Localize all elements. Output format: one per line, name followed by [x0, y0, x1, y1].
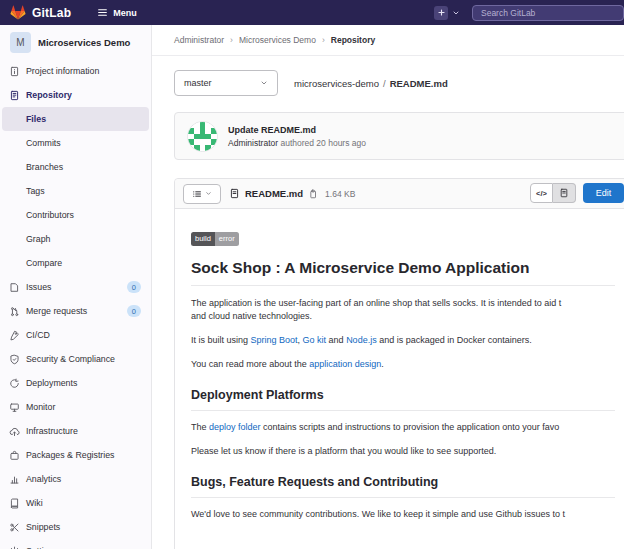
project-information-icon: [9, 66, 20, 77]
gitlab-logo[interactable]: GitLab: [10, 5, 71, 20]
sidebar-item-analytics[interactable]: Analytics: [0, 467, 151, 491]
path-file-name: README.md: [390, 78, 448, 89]
sidebar-item-issues[interactable]: Issues0: [0, 275, 151, 299]
readme-text: and is packaged in Docker containers.: [377, 335, 532, 345]
sidebar-item-label: Files: [26, 114, 46, 124]
sidebar-item-project-information[interactable]: Project information: [0, 59, 151, 83]
monitor-icon: [9, 402, 20, 413]
readme-text: Please let us know if there is a platfor…: [191, 446, 496, 456]
sidebar-item-compare[interactable]: Compare: [0, 251, 151, 275]
readme-link[interactable]: Spring Boot: [251, 335, 298, 345]
readme-text: It is built using: [191, 335, 251, 345]
analytics-icon: [9, 474, 20, 485]
file-tree-dropdown[interactable]: [183, 184, 221, 204]
readme-paragraph: It is built using Spring Boot, Go kit an…: [191, 334, 615, 348]
readme-text: and cloud native technologies.: [191, 311, 312, 321]
copy-path-icon[interactable]: [308, 189, 318, 199]
commit-meta: authored 20 hours ago: [278, 138, 366, 148]
sidebar-item-settings[interactable]: Settings: [0, 539, 151, 549]
sidebar-item-repository[interactable]: Repository: [0, 83, 151, 107]
document-icon: [559, 188, 569, 198]
count-badge: 0: [127, 281, 141, 293]
sidebar-item-label: Compare: [26, 258, 62, 268]
source-view-button[interactable]: </>: [530, 183, 553, 203]
sidebar-item-graph[interactable]: Graph: [0, 227, 151, 251]
commit-author[interactable]: Administrator: [228, 138, 278, 148]
readme-link[interactable]: Go kit: [303, 335, 327, 345]
sidebar-item-label: Graph: [26, 234, 50, 244]
breadcrumb-separator-icon: ›: [230, 35, 233, 45]
project-name: Microservices Demo: [38, 37, 130, 48]
readme-link[interactable]: application design: [309, 359, 381, 369]
plus-icon: [434, 6, 448, 20]
sidebar-item-branches[interactable]: Branches: [0, 155, 151, 179]
commit-title[interactable]: Update README.md: [228, 125, 366, 135]
sidebar-item-label: Wiki: [26, 498, 43, 508]
breadcrumb: Administrator › Microservices Demo › Rep…: [152, 25, 624, 56]
main-content: Administrator › Microservices Demo › Rep…: [152, 25, 624, 549]
security-icon: [9, 354, 20, 365]
ci-cd-icon: [9, 330, 20, 341]
commit-byline: Administrator authored 20 hours ago: [228, 138, 366, 148]
file-title: README.md 1.64 KB: [229, 188, 355, 199]
sidebar-item-monitor[interactable]: Monitor: [0, 395, 151, 419]
sidebar-item-label: Snippets: [26, 522, 60, 532]
readme-text: contains scripts and instructions to pro…: [261, 422, 560, 432]
readme-link[interactable]: deploy folder: [209, 422, 261, 432]
breadcrumb-current[interactable]: Repository: [331, 35, 375, 45]
sidebar-item-wiki[interactable]: Wiki: [0, 491, 151, 515]
sidebar-nav: Project informationRepositoryFilesCommit…: [0, 59, 151, 549]
readme-paragraph: The application is the user-facing part …: [191, 297, 615, 325]
readme-link[interactable]: Node.js: [346, 335, 377, 345]
sidebar-item-label: CI/CD: [26, 330, 50, 340]
breadcrumb-project[interactable]: Microservices Demo: [239, 35, 316, 45]
readme-text: We'd love to see community contributions…: [191, 509, 565, 519]
sidebar-item-label: Tags: [26, 186, 45, 196]
readme-text: .: [381, 359, 384, 369]
badge-label: build: [191, 232, 215, 246]
readme-line: The deploy folder contains scripts and i…: [191, 421, 615, 435]
branch-name: master: [184, 78, 212, 88]
breadcrumb-admin[interactable]: Administrator: [174, 35, 224, 45]
sidebar-item-files[interactable]: Files: [2, 107, 149, 131]
sidebar-item-label: Deployments: [26, 378, 77, 388]
sidebar-item-tags[interactable]: Tags: [0, 179, 151, 203]
sidebar-item-commits[interactable]: Commits: [0, 131, 151, 155]
hamburger-icon: [97, 7, 108, 18]
chevron-down-icon: [205, 190, 212, 197]
sidebar-item-label: Project information: [26, 66, 99, 76]
search-input[interactable]: [472, 5, 624, 21]
merge-requests-icon: [9, 306, 20, 317]
sidebar-item-snippets[interactable]: Snippets: [0, 515, 151, 539]
readme-paragraph: We'd love to see community contributions…: [191, 508, 615, 522]
sidebar-item-security-compliance[interactable]: Security & Compliance: [0, 347, 151, 371]
sidebar-item-merge-requests[interactable]: Merge requests0: [0, 299, 151, 323]
menu-button[interactable]: Menu: [97, 7, 137, 18]
readme-line: The application is the user-facing part …: [191, 297, 615, 311]
sidebar-item-deployments[interactable]: Deployments: [0, 371, 151, 395]
sidebar-item-ci-cd[interactable]: CI/CD: [0, 323, 151, 347]
sidebar-item-label: Analytics: [26, 474, 61, 484]
sidebar-item-packages-registries[interactable]: Packages & Registries: [0, 443, 151, 467]
path-repo-link[interactable]: microservices-demo: [294, 78, 379, 89]
path-separator: /: [383, 78, 386, 89]
sidebar-project-header[interactable]: M Microservices Demo: [0, 25, 151, 59]
readme-content: builderrorSock Shop : A Microservice Dem…: [175, 209, 624, 546]
repository-icon: [9, 90, 20, 101]
sidebar-item-contributors[interactable]: Contributors: [0, 203, 151, 227]
rendered-view-button[interactable]: [553, 183, 576, 203]
sidebar-item-infrastructure[interactable]: Infrastructure: [0, 419, 151, 443]
new-menu-button[interactable]: [434, 6, 460, 20]
readme-paragraph: Please let us know if there is a platfor…: [191, 445, 615, 459]
file-size: 1.64 KB: [325, 189, 355, 199]
branch-selector[interactable]: master: [174, 70, 278, 96]
gitlab-wordmark: GitLab: [32, 6, 71, 20]
edit-button[interactable]: Edit: [583, 183, 624, 203]
project-avatar: M: [10, 32, 31, 53]
chevron-down-icon: [452, 9, 460, 17]
badge-value: error: [215, 232, 239, 246]
document-icon: [229, 188, 240, 199]
file-navigation-row: master microservices-demo / README.md: [174, 70, 624, 96]
file-header: README.md 1.64 KB </> Edit: [175, 179, 624, 209]
sidebar-item-label: Monitor: [26, 402, 55, 412]
